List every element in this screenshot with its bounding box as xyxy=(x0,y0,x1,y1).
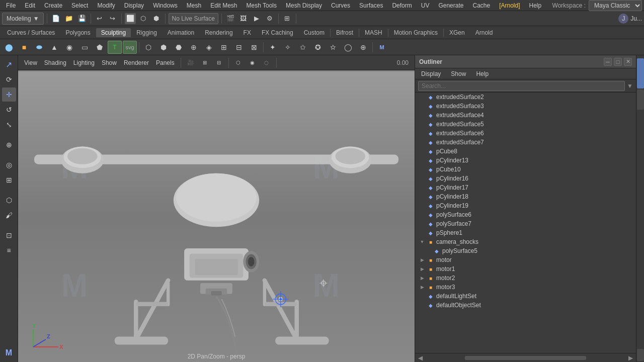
outliner-help-menu[interactable]: Help xyxy=(472,69,493,78)
lasso-btn[interactable]: ⬡ xyxy=(138,13,149,24)
tab-xgen[interactable]: XGen xyxy=(444,28,470,37)
outliner-item-extrudedSurface2[interactable]: ◆extrudedSurface2 xyxy=(415,93,636,102)
sculpt2-icon-btn[interactable]: ✧ xyxy=(281,41,295,54)
outliner-item-defaultLightSet[interactable]: ◆defaultLightSet xyxy=(415,292,636,301)
boolean-icon-btn[interactable]: ⊕ xyxy=(187,41,201,54)
menu-mesh[interactable]: Mesh xyxy=(183,1,205,10)
menu-file[interactable]: File xyxy=(2,1,20,10)
new-scene-btn[interactable]: 📄 xyxy=(50,13,61,24)
separate-icon-btn[interactable]: ⊠ xyxy=(247,41,261,54)
tab-rigging[interactable]: Rigging xyxy=(131,28,162,37)
outliner-item-motor1[interactable]: ▶■motor1 xyxy=(415,264,636,274)
outliner-close-btn[interactable]: ✕ xyxy=(624,58,632,66)
outliner-scroll-left[interactable]: ◀ xyxy=(416,354,425,361)
workspace-select[interactable]: Maya Classic xyxy=(589,0,642,11)
drone-3d-view[interactable]: M M M M xyxy=(18,70,415,362)
tab-rendering[interactable]: Rendering xyxy=(200,28,237,37)
menu-modify[interactable]: Modify xyxy=(93,1,119,10)
rotate-tool-btn[interactable]: ↺ xyxy=(2,103,16,117)
snap-btn[interactable]: ⊞ xyxy=(2,173,16,187)
tab-motion-graphics[interactable]: Motion Graphics xyxy=(389,28,443,37)
torus-icon-btn[interactable]: ◉ xyxy=(62,41,76,54)
outliner-item-extrudedSurface4[interactable]: ◆extrudedSurface4 xyxy=(415,111,636,120)
outliner-minimize-btn[interactable]: ─ xyxy=(604,58,612,66)
expand-icon-motor[interactable]: ▶ xyxy=(419,257,425,263)
tab-curves-surfaces[interactable]: Curves / Surfaces xyxy=(2,28,60,37)
vp-grid-btn[interactable]: ⊟ xyxy=(213,57,224,68)
outliner-item-pCylinder18[interactable]: ◆pCylinder18 xyxy=(415,192,636,201)
grid-btn[interactable]: ⊞ xyxy=(282,13,293,24)
channel-box-tab[interactable] xyxy=(637,58,644,88)
outliner-item-polySurface7[interactable]: ◆polySurface7 xyxy=(415,219,636,228)
svg-icon-btn[interactable]: svg xyxy=(123,41,137,54)
menu-curves[interactable]: Curves xyxy=(327,1,354,10)
cone-icon-btn[interactable]: ▲ xyxy=(47,41,61,54)
menu-mesh-display[interactable]: Mesh Display xyxy=(282,1,326,10)
scale-tool-btn[interactable]: ⤡ xyxy=(2,118,16,132)
outliner-item-polySurface6[interactable]: ◆polySurface6 xyxy=(415,210,636,219)
menu-surfaces[interactable]: Surfaces xyxy=(355,1,387,10)
vp-smooth-btn[interactable]: ◉ xyxy=(247,57,258,68)
vp-view-menu[interactable]: View xyxy=(22,58,39,67)
tab-fx[interactable]: FX xyxy=(238,28,256,37)
outliner-item-motor[interactable]: ▶■motor xyxy=(415,255,636,264)
vp-shading-menu[interactable]: Shading xyxy=(42,58,68,67)
mirror-icon-btn[interactable]: ⊞ xyxy=(217,41,231,54)
attr-editor-tab[interactable] xyxy=(637,89,644,110)
expand-icon-motor2[interactable]: ▶ xyxy=(419,275,425,281)
tab-arnold[interactable]: Arnold xyxy=(470,28,498,37)
sphere-icon-btn[interactable]: ⬤ xyxy=(2,41,16,54)
sculpt5-icon-btn[interactable]: ✫ xyxy=(326,41,340,54)
soft-select-btn[interactable]: ◎ xyxy=(2,158,16,172)
tab-custom[interactable]: Custom xyxy=(299,28,330,37)
render-seq-btn[interactable]: ▶ xyxy=(251,13,262,24)
lasso-tool-btn[interactable]: ⟳ xyxy=(2,72,16,86)
outliner-btn[interactable]: ≡ xyxy=(2,243,16,257)
outliner-item-pCylinder13[interactable]: ◆pCylinder13 xyxy=(415,156,636,165)
no-live-surface[interactable]: No Live Surface xyxy=(169,13,218,24)
expand-icon-motor3[interactable]: ▶ xyxy=(419,284,425,290)
outliner-item-camera_shocks[interactable]: ▼■camera_shocks xyxy=(415,237,636,246)
ipr-btn[interactable]: 🖼 xyxy=(238,13,249,24)
outliner-item-extrudedSurface5[interactable]: ◆extrudedSurface5 xyxy=(415,120,636,129)
outliner-item-extrudedSurface7[interactable]: ◆extrudedSurface7 xyxy=(415,138,636,147)
bridge-icon-btn[interactable]: ⬢ xyxy=(156,41,171,54)
bevel-icon-btn[interactable]: ⬣ xyxy=(172,41,186,54)
vp-show-menu[interactable]: Show xyxy=(100,58,119,67)
outliner-scroll-right[interactable]: ▶ xyxy=(626,354,635,361)
cylinder-icon-btn[interactable]: ⬬ xyxy=(32,41,46,54)
viewport[interactable]: View Shading Lighting Show Renderer Pane… xyxy=(18,55,415,362)
tab-animation[interactable]: Animation xyxy=(163,28,199,37)
sculpt7-icon-btn[interactable]: ⊕ xyxy=(356,41,370,54)
universal-btn[interactable]: ⊕ xyxy=(2,138,16,152)
tab-bifrost[interactable]: Bifrost xyxy=(331,28,358,37)
tab-mash[interactable]: MASH xyxy=(360,28,387,37)
render-settings-btn[interactable]: ⚙ xyxy=(264,13,275,24)
expand-icon-motor1[interactable]: ▶ xyxy=(419,266,425,272)
save-btn[interactable]: 💾 xyxy=(76,13,88,24)
menu-edit-mesh[interactable]: Edit Mesh xyxy=(206,1,241,10)
outliner-maximize-btn[interactable]: □ xyxy=(614,58,622,66)
select-tool-btn[interactable]: ↗ xyxy=(2,57,16,71)
disk-icon-btn[interactable]: ⬟ xyxy=(93,41,107,54)
menu-arnold[interactable]: [Arnold] xyxy=(495,1,524,10)
deform-btn[interactable]: ⬡ xyxy=(2,193,16,207)
search-dropdown-btn[interactable]: ▼ xyxy=(627,82,633,89)
outliner-item-pCube8[interactable]: ◆pCube8 xyxy=(415,147,636,156)
extrude-icon-btn[interactable]: ⬡ xyxy=(141,41,155,54)
menu-uv[interactable]: UV xyxy=(417,1,434,10)
vp-panels-menu[interactable]: Panels xyxy=(154,58,177,67)
outliner-item-motor2[interactable]: ▶■motor2 xyxy=(415,274,636,283)
undo-btn[interactable]: ↩ xyxy=(94,13,105,24)
outliner-item-pCylinder17[interactable]: ◆pCylinder17 xyxy=(415,183,636,192)
outliner-item-extrudedSurface6[interactable]: ◆extrudedSurface6 xyxy=(415,129,636,138)
camera-icon-btn[interactable]: 🎥 xyxy=(185,57,196,68)
menu-help[interactable]: Help xyxy=(525,1,546,10)
paint-btn[interactable]: ⬢ xyxy=(151,13,162,24)
outliner-item-pSphere1[interactable]: ◆pSphere1 xyxy=(415,228,636,237)
menu-generate[interactable]: Generate xyxy=(434,1,467,10)
outliner-display-menu[interactable]: Display xyxy=(417,69,445,78)
menu-display[interactable]: Display xyxy=(120,1,148,10)
redo-btn[interactable]: ↪ xyxy=(107,13,118,24)
vp-wireframe-btn[interactable]: ⬡ xyxy=(233,57,244,68)
